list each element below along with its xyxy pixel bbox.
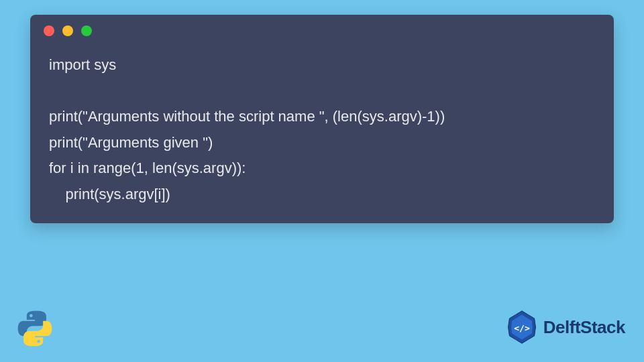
brand-logo: </> DelftStack xyxy=(504,310,625,345)
window-titlebar xyxy=(30,15,614,43)
svg-text:</>: </> xyxy=(514,323,530,333)
python-logo-icon xyxy=(15,308,55,349)
code-content: import sys print("Arguments without the … xyxy=(30,43,614,211)
code-line: print("Arguments given ") xyxy=(49,134,213,151)
code-window: import sys print("Arguments without the … xyxy=(30,15,614,223)
brand-name: DelftStack xyxy=(543,317,625,338)
close-icon xyxy=(44,25,54,36)
code-line: for i in range(1, len(sys.argv)): xyxy=(49,160,246,176)
brand-badge-icon: </> xyxy=(504,310,539,345)
minimize-icon xyxy=(62,25,73,36)
code-line: print(sys.argv[i]) xyxy=(49,186,170,202)
code-line: import sys xyxy=(49,56,116,73)
code-line: print("Arguments without the script name… xyxy=(49,108,445,125)
maximize-icon xyxy=(81,25,92,36)
